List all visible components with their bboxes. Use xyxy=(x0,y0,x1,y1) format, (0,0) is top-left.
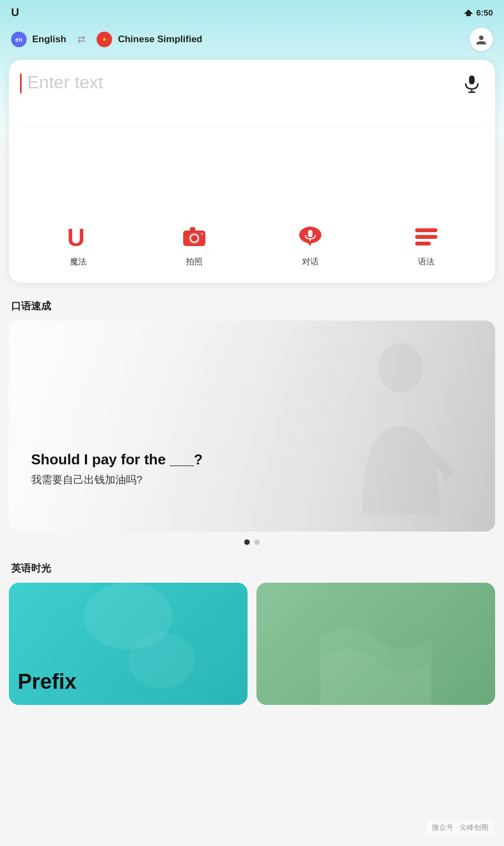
english-card-1-title: Prefix xyxy=(18,670,77,694)
magic-u-icon: U xyxy=(64,223,92,251)
app-letter: U xyxy=(11,6,19,19)
grammar-lines-icon xyxy=(412,223,440,251)
profile-button[interactable] xyxy=(470,28,493,51)
action-row: U 魔法 拍照 xyxy=(20,221,484,267)
dialog-mic-icon xyxy=(296,223,324,251)
svg-point-10 xyxy=(190,234,198,242)
source-lang-badge: en xyxy=(11,32,27,47)
svg-marker-14 xyxy=(306,242,312,246)
language-bar: en English ⇄ Chinese Simplified xyxy=(0,22,504,60)
photo-icon-wrap xyxy=(179,221,210,252)
source-lang-name: English xyxy=(32,34,66,45)
speaking-card-zh-text: 我需要自己出钱加油吗? xyxy=(31,473,203,487)
speaking-card-overlay xyxy=(9,321,495,532)
svg-rect-15 xyxy=(308,230,313,237)
speaking-card[interactable]: Should I pay for the ___? 我需要自己出钱加油吗? xyxy=(9,321,495,532)
text-input-area[interactable]: Enter text xyxy=(20,71,484,127)
photo-label: 拍照 xyxy=(186,257,203,267)
action-dialog[interactable]: 对话 xyxy=(295,221,326,267)
svg-point-12 xyxy=(201,233,203,235)
svg-rect-18 xyxy=(415,235,437,239)
english-section-title: 英语时光 xyxy=(11,562,493,575)
time-display: 6:50 xyxy=(476,8,493,17)
grammar-label: 语法 xyxy=(418,257,435,267)
signal-icon xyxy=(464,8,473,17)
magic-label: 魔法 xyxy=(70,257,87,267)
action-magic[interactable]: U 魔法 xyxy=(63,221,94,267)
speaking-card-en-text: Should I pay for the ___? xyxy=(31,451,203,468)
input-placeholder: Enter text xyxy=(27,71,454,93)
mic-button[interactable] xyxy=(460,71,484,96)
english-card-prefix[interactable]: Prefix xyxy=(9,583,248,705)
china-flag-icon xyxy=(100,36,108,43)
status-right: 6:50 xyxy=(464,8,493,17)
swap-arrow-icon[interactable]: ⇄ xyxy=(77,33,85,46)
svg-point-3 xyxy=(479,36,483,40)
action-photo[interactable]: 拍照 xyxy=(179,221,210,267)
english-cards-row: Prefix xyxy=(9,583,495,705)
action-grammar[interactable]: 语法 xyxy=(411,221,442,267)
english-card-2[interactable] xyxy=(256,583,495,705)
text-cursor xyxy=(20,73,22,93)
status-bar: U 6:50 xyxy=(0,0,504,22)
watermark: 微众号 · 尖峰创圈 xyxy=(427,820,493,835)
carousel-dots xyxy=(0,539,504,545)
svg-rect-4 xyxy=(469,76,475,84)
camera-icon xyxy=(180,223,208,251)
dot-1[interactable] xyxy=(244,539,250,545)
target-lang-badge xyxy=(97,32,112,47)
input-spacer xyxy=(20,127,484,216)
lang-selector[interactable]: en English ⇄ Chinese Simplified xyxy=(11,32,203,47)
svg-rect-17 xyxy=(415,228,437,232)
target-lang-name: Chinese Simplified xyxy=(118,34,202,45)
main-translation-card: Enter text U 魔法 xyxy=(9,60,495,283)
svg-marker-0 xyxy=(464,9,473,16)
svg-text:U: U xyxy=(67,224,85,251)
speaking-section-title: 口语速成 xyxy=(11,299,493,313)
speaking-card-content: Should I pay for the ___? 我需要自己出钱加油吗? xyxy=(31,451,203,487)
microphone-icon xyxy=(462,73,482,93)
dialog-icon-wrap xyxy=(295,221,326,252)
dot-2[interactable] xyxy=(254,539,260,545)
svg-rect-11 xyxy=(190,227,195,231)
svg-point-23 xyxy=(128,633,195,688)
magic-icon-wrap: U xyxy=(63,221,94,252)
profile-icon xyxy=(475,33,487,46)
grammar-icon-wrap xyxy=(411,221,442,252)
dialog-label: 对话 xyxy=(302,257,319,267)
svg-rect-19 xyxy=(415,242,431,246)
wave-decoration-2 xyxy=(256,583,495,705)
